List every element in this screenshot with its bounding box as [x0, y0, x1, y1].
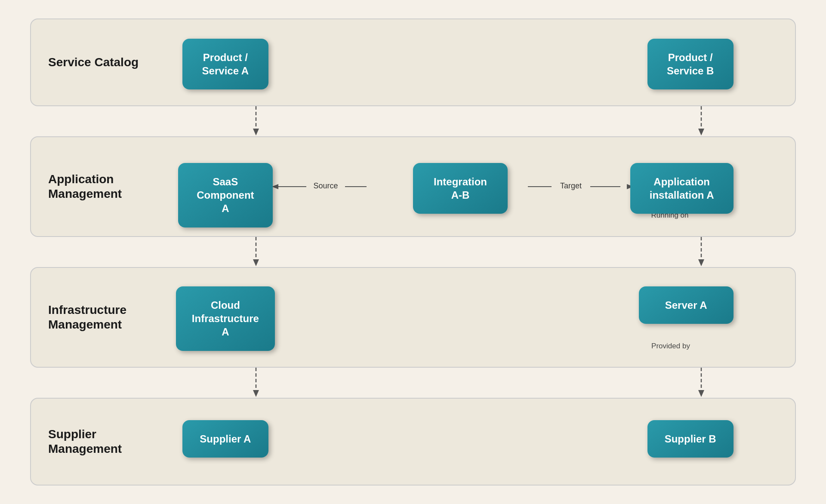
- svg-marker-19: [698, 259, 704, 266]
- app-installation-a-box[interactable]: Applicationinstallation A: [630, 163, 734, 214]
- inter-layer-1-svg: [30, 106, 796, 136]
- service-catalog-content: Product /Service A Product /Service B: [143, 32, 778, 92]
- supplier-management-label: SupplierManagement: [48, 427, 143, 456]
- server-a-label: Server A: [665, 299, 707, 311]
- inter-layer-3: [30, 368, 796, 398]
- svg-marker-25: [253, 390, 259, 397]
- app-mgmt-content: SaaSComponent A IntegrationA-B Applicati…: [143, 150, 778, 223]
- layer-infrastructure-management: InfrastructureManagement CloudInfrastruc…: [30, 267, 796, 368]
- svg-marker-27: [698, 390, 704, 397]
- app-installation-a-label: Applicationinstallation A: [650, 176, 714, 201]
- supplier-content: Supplier A Supplier B: [143, 412, 778, 472]
- svg-marker-5: [272, 184, 278, 189]
- infrastructure-management-label: InfrastructureManagement: [48, 303, 143, 332]
- application-management-label: ApplicationManagement: [48, 172, 143, 201]
- supplier-a-box[interactable]: Supplier A: [182, 420, 268, 458]
- server-a-box[interactable]: Server A: [639, 286, 734, 324]
- infra-content: CloudInfrastructure A Server A Provided …: [143, 281, 778, 354]
- layer-service-catalog: Service Catalog Product /Service A Produ…: [30, 18, 796, 106]
- inter-layer-1: [30, 106, 796, 136]
- product-service-b-box[interactable]: Product /Service B: [647, 39, 734, 89]
- svg-text:Provided by: Provided by: [651, 342, 690, 350]
- product-service-b-label: Product /Service B: [667, 52, 714, 77]
- service-catalog-label: Service Catalog: [48, 55, 143, 70]
- layer-supplier-management: SupplierManagement Supplier A Supplier B: [30, 398, 796, 486]
- integration-ab-label: IntegrationA-B: [434, 176, 487, 201]
- svg-marker-3: [698, 129, 704, 135]
- product-service-a-label: Product /Service A: [202, 52, 249, 77]
- svg-text:Target: Target: [560, 181, 582, 190]
- product-service-a-box[interactable]: Product /Service A: [182, 39, 268, 89]
- svg-text:Source: Source: [313, 181, 338, 190]
- supplier-b-label: Supplier B: [665, 433, 716, 445]
- svg-marker-1: [253, 129, 259, 135]
- diagram-container: Service Catalog Product /Service A Produ…: [22, 10, 804, 494]
- layer-application-management: ApplicationManagement SaaSComponent A In…: [30, 136, 796, 237]
- svg-marker-17: [253, 259, 259, 266]
- inter-layer-2: [30, 237, 796, 267]
- supplier-a-label: Supplier A: [200, 433, 251, 445]
- cloud-infrastructure-a-box[interactable]: CloudInfrastructure A: [176, 286, 275, 351]
- integration-ab-box[interactable]: IntegrationA-B: [413, 163, 508, 214]
- saas-component-a-label: SaaSComponent A: [197, 176, 254, 214]
- supplier-b-box[interactable]: Supplier B: [647, 420, 734, 458]
- saas-component-a-box[interactable]: SaaSComponent A: [178, 163, 273, 227]
- cloud-infrastructure-a-label: CloudInfrastructure A: [192, 299, 259, 338]
- inter-layer-2-svg: [30, 237, 796, 267]
- inter-layer-3-svg: [30, 368, 796, 398]
